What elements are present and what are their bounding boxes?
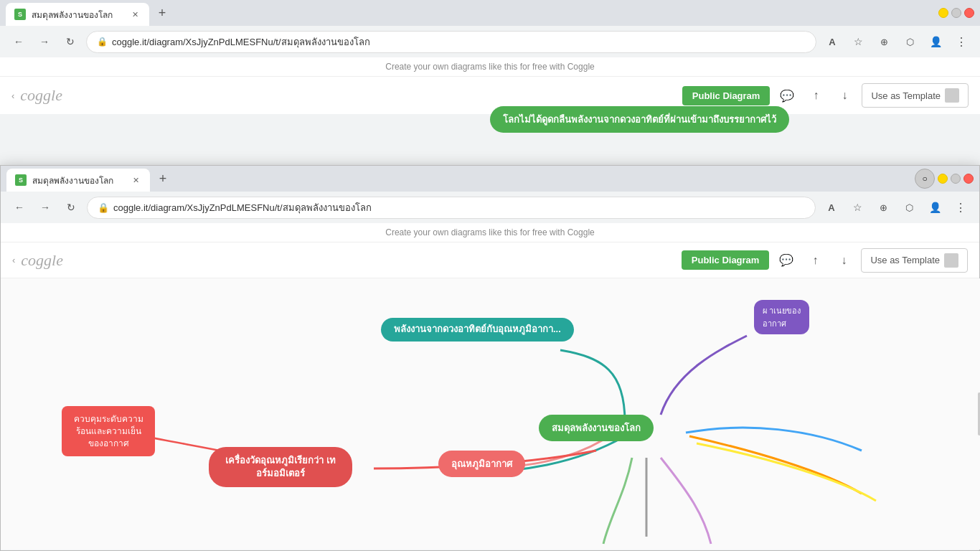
top-node-text-bg: โลกไม่ได้ดูดกลืนพลังงานจากดวงอาทิตย์ที่ผ… xyxy=(503,114,776,125)
new-tab-button-2[interactable]: + xyxy=(153,169,173,189)
thermometer-node[interactable]: เครื่องวัดอุณหภูมิเรียกว่า เทอร์มอมิเตอร… xyxy=(209,447,352,487)
top-node-bg: โลกไม่ได้ดูดกลืนพลังงานจากดวงอาทิตย์ที่ผ… xyxy=(490,106,789,133)
info-text-1: Create your own diagrams like this for f… xyxy=(385,62,594,72)
use-template-label-1: Use as Template xyxy=(871,90,941,101)
forward-button-2[interactable]: → xyxy=(35,197,55,217)
toolbar-icons-1: A ☆ ⊕ ⬡ 👤 ⋮ xyxy=(822,32,971,52)
purple-partial-node[interactable]: ผ าเนยของ อากาศ xyxy=(754,300,809,334)
close-button-1[interactable] xyxy=(964,8,974,18)
puzzle-icon-2[interactable]: ⬡ xyxy=(899,197,919,217)
download-button-1[interactable]: ↓ xyxy=(833,84,856,107)
thermometer-node-text: เครื่องวัดอุณหภูมิเรียกว่า เทอร์มอมิเตอร… xyxy=(225,455,336,479)
red-box-node[interactable]: ควบคุมระดับความร้อนและความเย็นของอากาศ xyxy=(62,406,155,456)
tab-close-1[interactable]: ✕ xyxy=(129,9,141,20)
red-box-text: ควบคุมระดับความร้อนและความเย็นของอากาศ xyxy=(74,414,143,448)
forward-button-1[interactable]: → xyxy=(34,32,55,52)
translate-icon-2[interactable]: A xyxy=(821,197,842,217)
teal-node-text: พลังงานจากดวงอาทิตย์กับอุณหภูมิอากา... xyxy=(394,324,561,334)
tab-title-1: สมดุลพลังงานของโลก xyxy=(32,8,113,22)
teal-node[interactable]: พลังงานจากดวงอาทิตย์กับอุณหภูมิอากา... xyxy=(381,318,574,342)
window-controls-2: ○ xyxy=(915,169,974,189)
back-button-2[interactable]: ← xyxy=(9,197,29,217)
address-bar-2[interactable]: 🔒 coggle.it/diagram/XsJjyZnPdLMESFNu/t/ส… xyxy=(87,197,816,219)
template-icon-1 xyxy=(945,88,959,103)
main-node-text: สมดุลพลังงานของโลก xyxy=(552,423,641,433)
toolbar-icons-2: A ☆ ⊕ ⬡ 👤 ⋮ xyxy=(821,197,971,217)
comment-button-2[interactable]: 💬 xyxy=(775,249,798,272)
user-icon-2[interactable]: 👤 xyxy=(925,197,945,217)
address-text-1: coggle.it/diagram/XsJjyZnPdLMESFNu/t/สมด… xyxy=(112,34,370,50)
tab-1[interactable]: S สมดุลพลังงานของโลก ✕ xyxy=(6,3,149,26)
circle-btn-2[interactable]: ○ xyxy=(915,169,935,189)
refresh-button-1[interactable]: ↻ xyxy=(60,32,80,52)
tab-favicon-1: S xyxy=(14,9,26,20)
template-icon-2 xyxy=(944,253,958,268)
shield-icon-1[interactable]: ⊕ xyxy=(874,32,894,52)
upload-button-2[interactable]: ↑ xyxy=(804,249,826,272)
close-button-2[interactable] xyxy=(963,174,974,184)
info-bar-1: Create your own diagrams like this for f… xyxy=(0,57,980,77)
address-bar-row-2: ← → ↻ 🔒 coggle.it/diagram/XsJjyZnPdLMESF… xyxy=(1,192,979,223)
coggle-logo-2[interactable]: coggle xyxy=(21,251,63,270)
tab-bar-1: S สมดุลพลังงานของโลก ✕ + xyxy=(0,0,980,26)
user-icon-1[interactable]: 👤 xyxy=(925,32,946,52)
mindmap-canvas: สมดุลพลังงานของโลก พลังงานจากดวงอาทิตย์ก… xyxy=(1,278,980,550)
tab-title-2: สมดุลพลังงานของโลก xyxy=(32,174,113,187)
star-icon-2[interactable]: ☆ xyxy=(847,197,867,217)
shield-icon-2[interactable]: ⊕ xyxy=(873,197,893,217)
tab-favicon-2: S xyxy=(15,174,27,186)
comment-button-1[interactable]: 💬 xyxy=(776,84,798,107)
maximize-button-1[interactable] xyxy=(951,8,961,18)
translate-icon-1[interactable]: A xyxy=(822,32,842,52)
tab-2[interactable]: S สมดุลพลังงานของโลก ✕ xyxy=(6,169,150,192)
header-actions-1: Public Diagram 💬 ↑ ↓ Use as Template xyxy=(682,83,969,108)
use-template-button-1[interactable]: Use as Template xyxy=(862,83,969,108)
maximize-button-2[interactable] xyxy=(951,174,961,184)
tab-close-2[interactable]: ✕ xyxy=(130,174,141,186)
public-diagram-button-2[interactable]: Public Diagram xyxy=(682,250,770,270)
address-bar-row-1: ← → ↻ 🔒 coggle.it/diagram/XsJjyZnPdLMESF… xyxy=(0,26,980,57)
new-tab-button-1[interactable]: + xyxy=(152,3,172,23)
header-actions-2: Public Diagram 💬 ↑ ↓ Use as Template xyxy=(682,248,968,273)
refresh-button-2[interactable]: ↻ xyxy=(61,197,81,217)
coggle-header-2: ‹ coggle Public Diagram 💬 ↑ ↓ Use as Tem… xyxy=(1,242,979,278)
minimize-button-2[interactable] xyxy=(938,174,948,184)
temperature-node-text: อุณหภูมิอากาศ xyxy=(451,458,512,469)
browser-window-2: S สมดุลพลังงานของโลก ✕ + ○ ← → ↻ 🔒 coggl… xyxy=(0,165,980,551)
back-button-1[interactable]: ← xyxy=(9,32,29,52)
coggle-logo-area-2: ‹ coggle xyxy=(12,251,63,270)
download-button-2[interactable]: ↓ xyxy=(832,249,855,272)
upload-button-1[interactable]: ↑ xyxy=(804,84,827,107)
use-template-label-2: Use as Template xyxy=(870,255,940,265)
purple-node-text: ผ าเนยของ อากาศ xyxy=(763,306,801,328)
info-text-2: Create your own diagrams like this for f… xyxy=(385,227,594,237)
use-template-button-2[interactable]: Use as Template xyxy=(861,248,968,273)
public-diagram-button-1[interactable]: Public Diagram xyxy=(682,86,771,105)
star-icon-1[interactable]: ☆ xyxy=(848,32,868,52)
main-node[interactable]: สมดุลพลังงานของโลก xyxy=(539,415,654,441)
window-controls-1 xyxy=(938,8,974,18)
tab-bar-2: S สมดุลพลังงานของโลก ✕ + ○ xyxy=(1,166,979,192)
minimize-button-1[interactable] xyxy=(938,8,948,18)
coggle-header-1: ‹ coggle Public Diagram 💬 ↑ ↓ Use as Tem… xyxy=(0,77,980,114)
lock-icon-1: 🔒 xyxy=(97,37,108,47)
menu-icon-1[interactable]: ⋮ xyxy=(951,32,971,52)
menu-icon-2[interactable]: ⋮ xyxy=(951,197,971,217)
info-bar-2: Create your own diagrams like this for f… xyxy=(1,223,979,242)
browser-window-1: S สมดุลพลังงานของโลก ✕ + ← → ↻ 🔒 coggle.… xyxy=(0,0,980,172)
address-text-2: coggle.it/diagram/XsJjyZnPdLMESFNu/t/สมด… xyxy=(113,200,372,215)
coggle-logo-1[interactable]: coggle xyxy=(20,86,62,105)
address-bar-1[interactable]: 🔒 coggle.it/diagram/XsJjyZnPdLMESFNu/t/ส… xyxy=(86,31,816,53)
lock-icon-2: 🔒 xyxy=(98,202,109,213)
puzzle-icon-1[interactable]: ⬡ xyxy=(900,32,920,52)
coggle-logo-area-1: ‹ coggle xyxy=(11,86,62,105)
temperature-node[interactable]: อุณหภูมิอากาศ xyxy=(438,451,525,477)
